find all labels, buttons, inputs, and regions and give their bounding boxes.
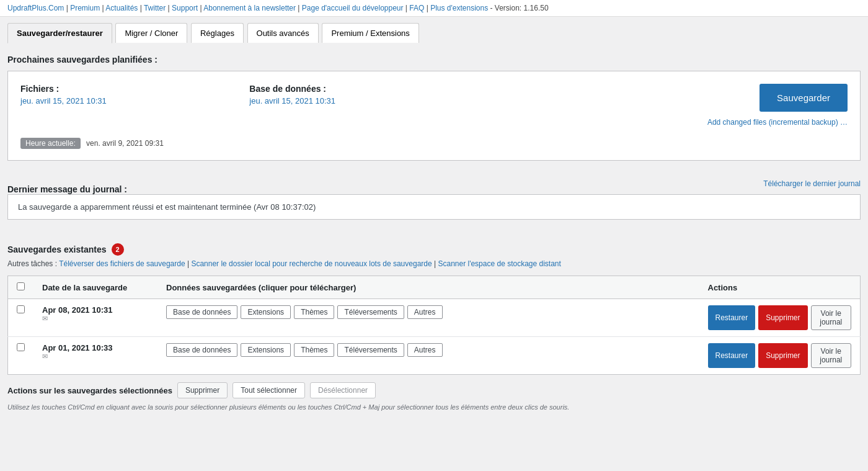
tab-outils-avances[interactable]: Outils avancés (247, 23, 319, 43)
schedule-card: Fichiers : jeu. avril 15, 2021 10:31 Bas… (7, 71, 861, 161)
link-scan-local[interactable]: Scanner le dossier local pour recherche … (191, 259, 432, 268)
link-upload-files[interactable]: Téléverser des fichiers de sauvegarde (59, 259, 185, 268)
tabs-bar: Sauvegarder/restaurer Migrer / Cloner Ré… (0, 17, 868, 43)
row2-badge-themes[interactable]: Thèmes (294, 343, 334, 357)
row1-badge-db[interactable]: Base de données (166, 305, 237, 319)
row1-badge-others[interactable]: Autres (407, 305, 443, 319)
link-newsletter[interactable]: Abonnement à la newsletter (203, 4, 296, 12)
version-text: - Version: 1.16.50 (490, 4, 549, 12)
bulk-actions-label: Actions sur les sauvegardes sélectionnée… (7, 386, 172, 395)
row1-badges: Base de données Extensions Thèmes Téléve… (166, 305, 691, 319)
current-time-value: ven. avril 9, 2021 09:31 (86, 139, 164, 148)
row1-restore-button[interactable]: Restaurer (708, 305, 756, 330)
bulk-select-all-button[interactable]: Tout sélectionner (232, 382, 305, 398)
link-faq[interactable]: FAQ (409, 4, 424, 12)
schedule-section-title: Prochaines sauvegardes planifiées : (7, 43, 861, 71)
other-tasks: Autres tâches : Téléverser des fichiers … (7, 259, 861, 268)
download-log-link[interactable]: Télécharger le dernier journal (763, 179, 861, 188)
link-updraftplus[interactable]: UpdraftPlus.Com (7, 4, 64, 12)
row1-icon: ✉ (42, 315, 149, 323)
select-all-checkbox[interactable] (17, 282, 25, 290)
bulk-hint: Utilisez les touches Ctrl/Cmd en cliquan… (7, 401, 861, 411)
link-actualites[interactable]: Actualités (105, 4, 138, 12)
row2-log-button[interactable]: Voir le journal (811, 343, 851, 368)
current-time: Heure actuelle: ven. avril 9, 2021 09:31 (20, 139, 848, 148)
row2-badge-ext[interactable]: Extensions (241, 343, 291, 357)
bulk-actions-bar: Actions sur les sauvegardes sélectionnée… (7, 375, 861, 401)
db-schedule: Base de données : jeu. avril 15, 2021 10… (249, 84, 478, 105)
main-content: Prochaines sauvegardes planifiées : Fich… (0, 43, 868, 423)
row2-data-cell: Base de données Extensions Thèmes Téléve… (157, 337, 699, 375)
row2-action-buttons: Restaurer Supprimer Voir le journal (708, 343, 852, 368)
log-section-header: Dernier message du journal : Télécharger… (7, 173, 861, 194)
link-twitter[interactable]: Twitter (144, 4, 166, 12)
row1-actions-cell: Restaurer Supprimer Voir le journal (699, 299, 861, 337)
bulk-delete-button[interactable]: Supprimer (177, 382, 228, 398)
log-message-box: La sauvegarde a apparemment réussi et es… (7, 194, 861, 220)
row1-checkbox-cell (8, 299, 34, 337)
row2-date-cell: Apr 01, 2021 10:33 ✉ (33, 337, 157, 375)
link-premium[interactable]: Premium (70, 4, 100, 12)
row1-action-buttons: Restaurer Supprimer Voir le journal (708, 305, 852, 330)
row2-icon: ✉ (42, 352, 149, 361)
files-schedule: Fichiers : jeu. avril 15, 2021 10:31 (20, 84, 249, 105)
top-bar-links: UpdraftPlus.Com | Premium | Actualités |… (7, 4, 549, 12)
backups-table: Date de la sauvegarde Données sauvegardé… (7, 276, 861, 375)
table-header-row: Date de la sauvegarde Données sauvegardé… (8, 276, 861, 299)
th-checkbox (8, 276, 34, 299)
th-data: Données sauvegardées (cliquer pour téléc… (157, 276, 699, 299)
row1-checkbox[interactable] (17, 305, 25, 313)
row2-date: Apr 01, 2021 10:33 (42, 343, 149, 352)
link-support[interactable]: Support (172, 4, 198, 12)
db-label: Base de données : (249, 84, 478, 94)
th-date: Date de la sauvegarde (33, 276, 157, 299)
db-date: jeu. avril 15, 2021 10:31 (249, 96, 478, 105)
row1-badge-themes[interactable]: Thèmes (294, 305, 334, 319)
existing-backups-title: Sauvegardes existantes 2 (7, 232, 861, 259)
row1-date: Apr 08, 2021 10:31 (42, 305, 149, 315)
row2-checkbox[interactable] (17, 343, 25, 351)
row2-badge-db[interactable]: Base de données (166, 343, 237, 357)
row2-checkbox-cell (8, 337, 34, 375)
log-section-title: Dernier message du journal : (7, 173, 127, 194)
tab-sauvegarde-restaurer[interactable]: Sauvegarder/restaurer (7, 23, 112, 43)
row2-badges: Base de données Extensions Thèmes Téléve… (166, 343, 691, 357)
bulk-deselect-button[interactable]: Désélectionner (310, 382, 376, 398)
row1-badge-uploads[interactable]: Téléversements (337, 305, 404, 319)
row2-restore-button[interactable]: Restaurer (708, 343, 756, 368)
backups-badge: 2 (112, 243, 124, 256)
table-row: Apr 08, 2021 10:31 ✉ Base de données Ext… (8, 299, 861, 337)
th-actions: Actions (699, 276, 861, 299)
row2-badge-uploads[interactable]: Téléversements (337, 343, 404, 357)
link-dev-home[interactable]: Page d'accueil du développeur (302, 4, 404, 12)
schedule-actions: Sauvegarder Add changed files (increment… (707, 84, 848, 127)
top-bar: UpdraftPlus.Com | Premium | Actualités |… (0, 0, 868, 17)
table-row: Apr 01, 2021 10:33 ✉ Base de données Ext… (8, 337, 861, 375)
files-label: Fichiers : (20, 84, 249, 94)
tab-premium-extensions[interactable]: Premium / Extensions (322, 23, 418, 43)
row1-badge-ext[interactable]: Extensions (241, 305, 291, 319)
row1-data-cell: Base de données Extensions Thèmes Téléve… (157, 299, 699, 337)
existing-backups-label: Sauvegardes existantes (7, 244, 107, 254)
incremental-backup-link[interactable]: Add changed files (incremental backup) … (707, 118, 848, 127)
log-message: La sauvegarde a apparemment réussi et es… (18, 202, 316, 212)
link-more-extensions[interactable]: Plus d'extensions (430, 4, 488, 12)
schedule-grid: Fichiers : jeu. avril 15, 2021 10:31 Bas… (20, 84, 848, 127)
row1-delete-button[interactable]: Supprimer (758, 305, 807, 330)
link-scan-remote[interactable]: Scanner l'espace de stockage distant (438, 259, 560, 268)
tab-reglages[interactable]: Réglages (191, 23, 244, 43)
other-tasks-label: Autres tâches : (7, 259, 57, 268)
row2-badge-others[interactable]: Autres (407, 343, 443, 357)
tab-migrer-cloner[interactable]: Migrer / Cloner (115, 23, 187, 43)
row2-delete-button[interactable]: Supprimer (758, 343, 807, 368)
current-time-label: Heure actuelle: (20, 138, 81, 149)
row1-date-cell: Apr 08, 2021 10:31 ✉ (33, 299, 157, 337)
row2-actions-cell: Restaurer Supprimer Voir le journal (699, 337, 861, 375)
save-button[interactable]: Sauvegarder (760, 84, 848, 112)
files-date: jeu. avril 15, 2021 10:31 (20, 96, 249, 105)
row1-log-button[interactable]: Voir le journal (811, 305, 851, 330)
